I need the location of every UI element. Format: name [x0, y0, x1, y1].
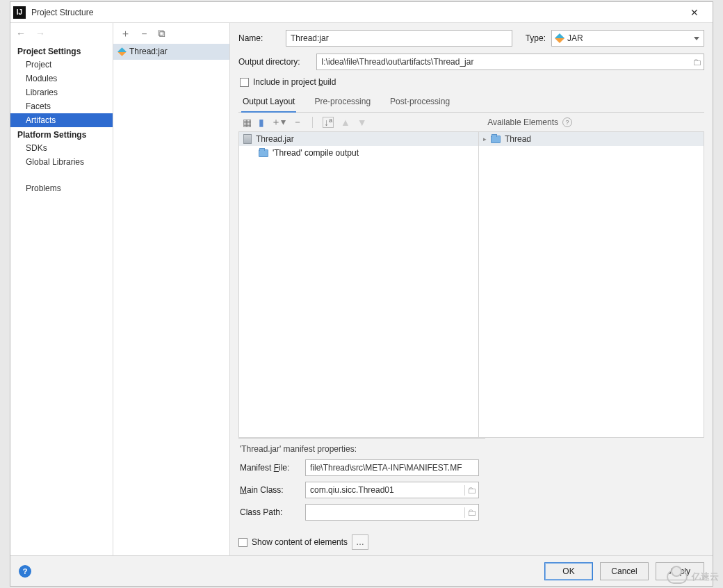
main-class-field[interactable]: 🗀 [305, 482, 479, 498]
manifest-properties: 'Thread.jar' manifest properties: Manife… [238, 438, 485, 529]
show-contents-checkbox[interactable] [238, 538, 247, 547]
forward-icon: → [35, 28, 45, 39]
remove-icon[interactable]: － [139, 27, 149, 40]
tab-post-processing[interactable]: Post-processing [389, 92, 451, 112]
output-dir-input[interactable] [317, 54, 690, 70]
include-in-build-checkbox[interactable] [240, 78, 249, 87]
output-dir-field[interactable]: 🗀 [316, 54, 704, 70]
artifact-tabs: Output Layout Pre-processing Post-proces… [238, 92, 704, 113]
artifact-list-panel: ＋ － ⧉ Thread:jar [113, 23, 230, 555]
sidebar-nav-toolbar: ← → [10, 23, 113, 44]
ok-button[interactable]: OK [544, 562, 593, 580]
new-item-icon[interactable]: ▮ [259, 117, 264, 128]
artifact-editor: Name: Type: JAR Output directory: 🗀 In [230, 23, 713, 555]
sidebar-item-global-libraries[interactable]: Global Libraries [10, 155, 113, 169]
browse-class-icon[interactable]: 🗀 [464, 485, 478, 496]
jar-type-icon [555, 33, 564, 43]
titlebar: IJ Project Structure ✕ [10, 2, 713, 23]
tab-pre-processing[interactable]: Pre-processing [313, 92, 372, 112]
app-icon: IJ [13, 6, 26, 19]
type-select[interactable]: JAR [551, 30, 704, 47]
new-folder-icon[interactable]: ▦ [243, 117, 252, 128]
manifest-file-field[interactable] [305, 459, 479, 476]
add-icon[interactable]: ＋ [120, 27, 131, 40]
include-in-build-label: Include in project build [253, 77, 336, 87]
sidebar-item-artifacts[interactable]: Artifacts [10, 113, 113, 127]
classpath-input[interactable] [306, 505, 464, 520]
type-label: Type: [518, 33, 546, 43]
manifest-caption: 'Thread.jar' manifest properties: [240, 444, 484, 454]
available-tree-root[interactable]: ▸ Thread [479, 132, 704, 146]
main-class-label: Main Class: [240, 485, 300, 495]
cancel-button[interactable]: Cancel [600, 562, 649, 580]
output-tree-item[interactable]: 'Thread' compile output [239, 146, 478, 160]
manifest-file-label: Manifest File: [240, 463, 300, 473]
sidebar-section-platform-settings: Platform Settings [10, 127, 113, 141]
manifest-file-input[interactable] [306, 460, 478, 475]
output-dir-label: Output directory: [238, 57, 311, 67]
module-icon [491, 136, 501, 143]
tab-output-layout[interactable]: Output Layout [241, 92, 296, 112]
help-available-icon[interactable]: ? [562, 117, 572, 127]
name-label: Name: [238, 33, 280, 43]
separator [312, 117, 313, 128]
module-output-icon [259, 149, 268, 157]
artifact-icon [117, 47, 127, 56]
close-button[interactable]: ✕ [681, 7, 708, 18]
remove-item-icon[interactable]: － [293, 116, 302, 129]
classpath-label: Class Path: [240, 507, 300, 517]
show-contents-row: Show content of elements … [238, 529, 704, 555]
layout-toolbar: ▦ ▮ ＋▾ － ↓ª ▲ ▼ Available Elements ? [238, 113, 704, 132]
copy-icon[interactable]: ⧉ [158, 27, 165, 40]
sidebar-item-project[interactable]: Project [10, 58, 113, 72]
artifact-item-label: Thread:jar [129, 47, 168, 56]
add-copy-icon[interactable]: ＋▾ [271, 116, 286, 129]
sidebar-item-sdks[interactable]: SDKs [10, 141, 113, 155]
sidebar-item-facets[interactable]: Facets [10, 99, 113, 113]
project-structure-dialog: IJ Project Structure ✕ ← → Project Setti… [10, 1, 713, 587]
sort-icon[interactable]: ↓ª [323, 117, 334, 128]
help-button[interactable]: ? [19, 565, 31, 578]
include-in-build-row[interactable]: Include in project build [238, 77, 704, 87]
move-up-icon[interactable]: ▲ [341, 117, 350, 128]
back-icon[interactable]: ← [16, 28, 26, 39]
type-value: JAR [567, 33, 583, 43]
name-input[interactable] [286, 30, 512, 47]
move-down-icon[interactable]: ▼ [357, 117, 367, 128]
artifact-list-toolbar: ＋ － ⧉ [113, 23, 229, 44]
classpath-field[interactable]: 🗀 [305, 504, 479, 521]
sidebar-item-libraries[interactable]: Libraries [10, 85, 113, 99]
available-elements-label: Available Elements [487, 117, 558, 127]
available-elements-tree[interactable]: ▸ Thread [479, 132, 704, 437]
apply-button[interactable]: Apply [656, 562, 704, 580]
sidebar: ← → Project Settings Project Modules Lib… [10, 23, 113, 555]
artifact-item[interactable]: Thread:jar [113, 44, 229, 60]
main-class-input[interactable] [306, 482, 464, 498]
output-tree-root[interactable]: Thread.jar [239, 132, 478, 146]
archive-icon [243, 134, 252, 144]
browse-folder-icon[interactable]: 🗀 [690, 57, 704, 67]
show-contents-label: Show content of elements [252, 537, 348, 547]
sidebar-item-modules[interactable]: Modules [10, 72, 113, 85]
sidebar-section-project-settings: Project Settings [10, 44, 113, 58]
show-contents-more-button[interactable]: … [352, 534, 368, 550]
output-tree[interactable]: Thread.jar 'Thread' compile output [239, 132, 479, 437]
window-title: Project Structure [31, 8, 681, 17]
sidebar-item-problems[interactable]: Problems [10, 181, 113, 195]
browse-cp-icon[interactable]: 🗀 [464, 507, 478, 518]
dialog-footer: ? OK Cancel Apply [10, 555, 713, 586]
